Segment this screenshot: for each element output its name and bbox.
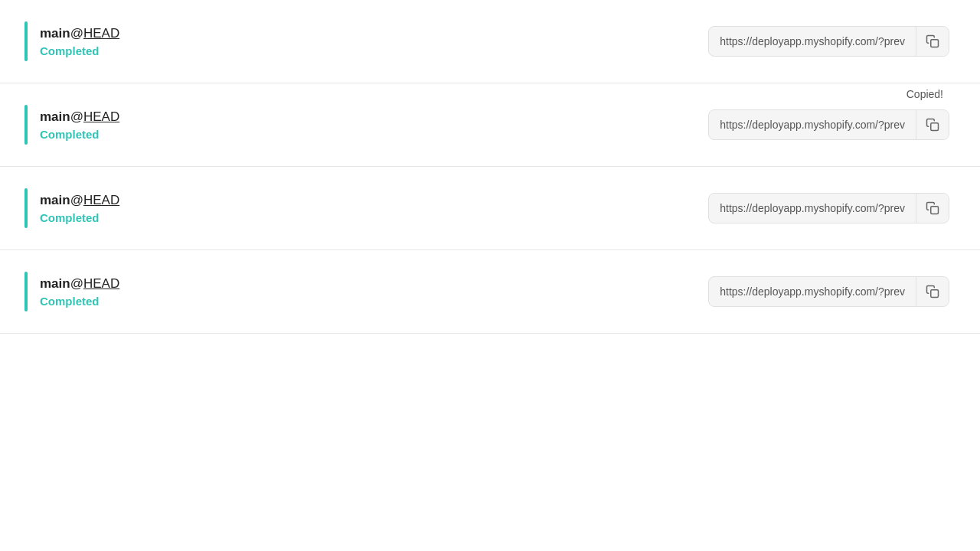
deployment-left-section: main@HEAD Completed xyxy=(24,105,119,145)
url-container: https://deployapp.myshopify.com/?prev xyxy=(708,193,949,223)
deployment-item: main@HEAD Completed https://deployapp.my… xyxy=(0,250,980,334)
copy-icon xyxy=(926,285,939,298)
ref-at: @ xyxy=(70,26,83,41)
deployment-left-section: main@HEAD Completed xyxy=(24,21,119,61)
deployment-url: https://deployapp.myshopify.com/?prev xyxy=(709,194,916,222)
accent-bar xyxy=(24,188,28,228)
ref-branch: main xyxy=(40,26,70,41)
deployment-item: main@HEAD Completed https://deployapp.my… xyxy=(0,0,980,83)
deployment-item: main@HEAD Completed https://deployapp.my… xyxy=(0,167,980,250)
copy-url-button[interactable] xyxy=(916,27,949,56)
deployment-right-section: https://deployapp.myshopify.com/?prev xyxy=(708,26,949,57)
ref-link[interactable]: HEAD xyxy=(83,109,119,124)
copy-icon xyxy=(926,34,939,48)
ref-at: @ xyxy=(70,276,83,291)
copy-icon xyxy=(926,118,939,132)
copy-url-button[interactable] xyxy=(916,110,949,139)
deployment-left-section: main@HEAD Completed xyxy=(24,188,119,228)
svg-rect-2 xyxy=(931,207,939,214)
deployment-status: Completed xyxy=(40,128,119,141)
copy-url-button[interactable] xyxy=(916,277,949,306)
ref-link[interactable]: HEAD xyxy=(83,26,119,41)
deployment-info: main@HEAD Completed xyxy=(40,109,119,141)
deployment-status: Completed xyxy=(40,211,119,224)
deployment-url: https://deployapp.myshopify.com/?prev xyxy=(709,278,916,305)
deployment-url: https://deployapp.myshopify.com/?prev xyxy=(709,28,916,55)
ref-link[interactable]: HEAD xyxy=(83,193,119,207)
deployment-info: main@HEAD Completed xyxy=(40,276,119,308)
deployment-list: main@HEAD Completed https://deployapp.my… xyxy=(0,0,980,334)
ref-at: @ xyxy=(70,109,83,124)
ref-link[interactable]: HEAD xyxy=(83,276,119,291)
svg-rect-3 xyxy=(931,290,939,298)
url-container: https://deployapp.myshopify.com/?prev xyxy=(708,276,949,307)
accent-bar xyxy=(24,105,28,145)
deployment-item: main@HEAD Completed Copied! https://depl… xyxy=(0,83,980,167)
deployment-ref: main@HEAD xyxy=(40,26,119,41)
deployment-ref: main@HEAD xyxy=(40,193,119,208)
ref-branch: main xyxy=(40,109,70,124)
copy-icon xyxy=(926,201,939,215)
svg-rect-0 xyxy=(931,40,939,47)
deployment-right-section: https://deployapp.myshopify.com/?prev xyxy=(708,193,949,223)
url-container: https://deployapp.myshopify.com/?prev xyxy=(708,109,949,140)
deployment-status: Completed xyxy=(40,295,119,308)
ref-at: @ xyxy=(70,193,83,207)
ref-branch: main xyxy=(40,276,70,291)
deployment-right-section: https://deployapp.myshopify.com/?prev xyxy=(708,276,949,307)
deployment-url: https://deployapp.myshopify.com/?prev xyxy=(709,111,916,139)
accent-bar xyxy=(24,272,28,311)
deployment-ref: main@HEAD xyxy=(40,109,119,125)
copied-toast: Copied! xyxy=(900,85,949,103)
deployment-info: main@HEAD Completed xyxy=(40,26,119,57)
deployment-left-section: main@HEAD Completed xyxy=(24,272,119,311)
deployment-ref: main@HEAD xyxy=(40,276,119,292)
deployment-status: Completed xyxy=(40,44,119,57)
deployment-info: main@HEAD Completed xyxy=(40,193,119,224)
url-container: https://deployapp.myshopify.com/?prev xyxy=(708,26,949,57)
deployment-right-section: Copied! https://deployapp.myshopify.com/… xyxy=(708,109,949,140)
copy-url-button[interactable] xyxy=(916,194,949,223)
accent-bar xyxy=(24,21,28,61)
svg-rect-1 xyxy=(931,123,939,131)
ref-branch: main xyxy=(40,193,70,207)
